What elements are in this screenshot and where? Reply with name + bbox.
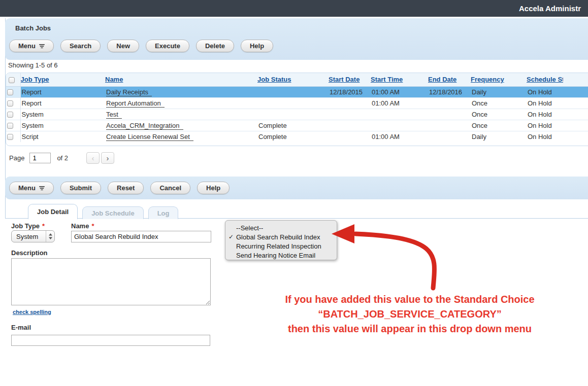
table-row[interactable]: ScriptCreate License Renewal SetComplete… [6, 131, 588, 142]
button-label: Search [70, 42, 91, 50]
cell-frequency: Daily [471, 86, 527, 97]
column-header-schedule-status[interactable]: Schedule Status [527, 76, 563, 83]
row-checkbox[interactable] [7, 112, 13, 118]
cell-job-status: Complete [257, 131, 329, 142]
delete-button[interactable]: Delete [196, 40, 234, 52]
row-checkbox[interactable] [7, 134, 13, 140]
column-header-start-date[interactable]: Start Date [329, 76, 360, 83]
detail-toolbar: MenuSubmitResetCancelHelp [9, 182, 236, 194]
cell-frequency: Once [471, 97, 527, 109]
name-label-text: Name [71, 222, 89, 230]
job-type-label: Job Type* [11, 222, 45, 230]
help-button[interactable]: Help [197, 182, 230, 194]
column-header-job-type[interactable]: Job Type [21, 76, 49, 83]
cell-schedule-status: On Hold [527, 120, 563, 131]
description-textarea[interactable] [11, 258, 211, 305]
button-label: Help [250, 42, 264, 50]
column-header-name[interactable]: Name [105, 76, 123, 83]
name-label: Name* [71, 222, 94, 230]
job-name-link[interactable]: Report Automation [106, 99, 165, 108]
tab-log[interactable]: Log [148, 206, 179, 219]
row-checkbox[interactable] [7, 100, 13, 107]
cell-job-status [257, 109, 329, 120]
batch-jobs-panel: Batch Jobs MenuSearchNewExecuteDeleteHel… [5, 18, 588, 60]
cell-end-date: 12/18/2016 [428, 86, 471, 97]
dropdown-option-label: Recurring Related Inspection [236, 242, 321, 250]
table-row[interactable]: ReportReport Automation01:00 AMOnceOn Ho… [6, 97, 588, 109]
job-name-link[interactable]: Create License Renewal Set [106, 133, 193, 141]
column-header-job-status[interactable]: Job Status [257, 76, 291, 83]
email-input[interactable] [11, 335, 210, 346]
new-button[interactable]: New [107, 40, 139, 52]
annotation-line: “BATCH_JOB_SERVICE_CATEGORY” [232, 307, 587, 322]
button-label: Menu [18, 184, 36, 192]
cell-job-type: System [20, 120, 105, 131]
accela-admin-window: Accela Administr Batch Jobs MenuSearchNe… [0, 0, 588, 386]
cell-frequency: Once [471, 109, 527, 120]
detail-tabs: Job DetailJob ScheduleLog [28, 204, 183, 219]
tab-job-detail[interactable]: Job Detail [28, 204, 78, 219]
button-label: Submit [70, 184, 92, 192]
menu-lines-icon [39, 44, 45, 49]
next-page-button[interactable]: › [101, 152, 114, 164]
page-total-label: of 2 [57, 154, 68, 162]
showing-count-label: Showing 1-5 of 6 [8, 61, 58, 69]
cell-start-date [329, 109, 371, 120]
column-header-end-date[interactable]: End Date [428, 76, 456, 83]
job-type-label-text: Job Type [11, 222, 40, 230]
cell-start-date: 12/18/2015 [329, 86, 371, 97]
dropdown-option-global-search-rebuild-index[interactable]: ✓Global Search Rebuild Index [225, 232, 337, 241]
cell-schedule-status: On Hold [527, 86, 563, 97]
dropdown-option-label: Send Hearing Notice Email [236, 252, 315, 259]
button-label: Execute [155, 42, 180, 50]
job-name-link[interactable]: Test [106, 111, 122, 119]
name-input[interactable] [71, 231, 211, 242]
cell-job-type: Script [20, 131, 105, 142]
row-checkbox[interactable] [7, 123, 13, 129]
cell-end-date [428, 131, 471, 142]
help-button[interactable]: Help [241, 40, 273, 52]
column-header-frequency[interactable]: Frequency [471, 76, 504, 83]
cell-schedule-status: On Hold [527, 97, 563, 109]
button-label: Help [206, 184, 220, 192]
annotation-line: then this value will appear in this drop… [232, 322, 587, 336]
prev-page-button[interactable]: ‹ [86, 152, 100, 164]
menu-button[interactable]: Menu [9, 182, 54, 194]
cancel-button[interactable]: Cancel [150, 182, 190, 194]
submit-button[interactable]: Submit [60, 182, 101, 194]
batch-jobs-table: Job TypeNameJob StatusStart DateStart Ti… [6, 73, 588, 146]
table-row[interactable]: SystemAccela_CRM_IntegrationCompleteOnce… [6, 120, 588, 131]
panel-title: Batch Jobs [15, 24, 51, 32]
dropdown-option--select-[interactable]: --Select-- [225, 223, 337, 232]
cell-start-date [329, 120, 371, 131]
cell-schedule-status: On Hold [527, 109, 563, 120]
cell-job-type: Report [20, 86, 105, 97]
job-name-link[interactable]: Accela_CRM_Integration [106, 122, 183, 130]
table-row[interactable]: ReportDaily Receipts12/18/201501:00 AM12… [6, 86, 588, 97]
cell-job-type: System [20, 109, 105, 120]
app-title: Accela Administr [519, 0, 581, 17]
execute-button[interactable]: Execute [146, 40, 189, 52]
dropdown-option-label: Global Search Rebuild Index [236, 233, 320, 241]
reset-button[interactable]: Reset [108, 182, 144, 194]
page-number-input[interactable] [29, 153, 51, 163]
detail-toolbar-panel: MenuSubmitResetCancelHelp [5, 177, 588, 199]
column-header-start-time[interactable]: Start Time [371, 76, 403, 83]
job-type-select[interactable]: System [11, 230, 55, 242]
tab-job-schedule[interactable]: Job Schedule [82, 206, 144, 219]
dropdown-option-recurring-related-inspection[interactable]: Recurring Related Inspection [225, 241, 337, 251]
app-header-bar: Accela Administr [0, 0, 588, 17]
cell-end-date [428, 109, 471, 120]
button-label: Cancel [159, 184, 181, 192]
menu-button[interactable]: Menu [9, 40, 54, 52]
select-all-checkbox[interactable] [9, 77, 15, 83]
cell-start-time: 01:00 AM [371, 86, 428, 97]
row-checkbox[interactable] [7, 89, 13, 95]
check-spelling-link[interactable]: check spelling [13, 309, 51, 315]
job-name-link[interactable]: Daily Receipts [106, 88, 152, 96]
search-button[interactable]: Search [60, 40, 101, 52]
dropdown-option-send-hearing-notice-email[interactable]: Send Hearing Notice Email [225, 251, 337, 260]
button-label: Menu [18, 42, 36, 50]
table-row[interactable]: SystemTestOnceOn Hold [6, 109, 588, 120]
menu-lines-icon [39, 186, 45, 191]
